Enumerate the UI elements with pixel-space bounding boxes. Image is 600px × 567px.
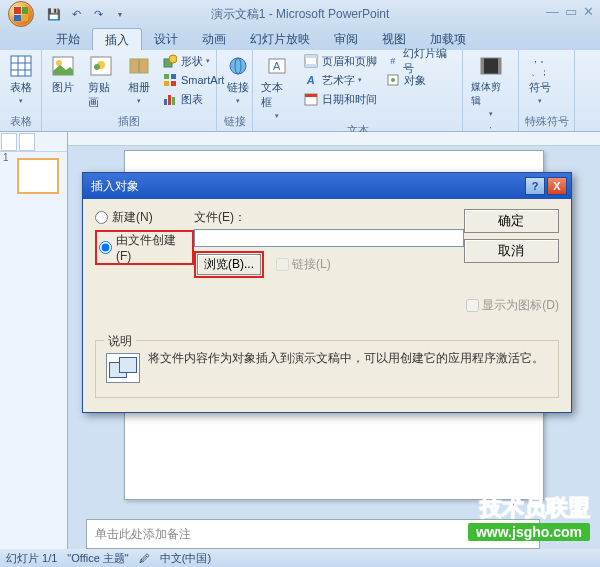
picture-label: 图片	[52, 80, 74, 95]
radio-from-file-label: 由文件创建(F)	[116, 232, 190, 263]
svg-rect-11	[138, 59, 140, 73]
insert-header-footer-button[interactable]: 页眉和页脚	[301, 52, 380, 70]
object-icon	[385, 72, 401, 88]
insert-links-button[interactable]: 链接 ▾	[221, 52, 255, 107]
status-bar: 幻灯片 1/1 "Office 主题" 🖉 中文(中国)	[0, 549, 600, 567]
tab-review[interactable]: 审阅	[322, 28, 370, 50]
status-slide: 幻灯片 1/1	[6, 551, 57, 566]
insert-album-button[interactable]: 相册 ▾	[122, 52, 156, 107]
textbox-icon: A	[265, 54, 289, 78]
svg-rect-17	[171, 81, 176, 86]
status-lang-icon: 🖉	[139, 552, 150, 564]
radio-new[interactable]: 新建(N)	[95, 209, 194, 226]
ribbon-tabs: 开始 插入 设计 动画 幻灯片放映 审阅 视图 加载项	[0, 28, 600, 50]
svg-rect-15	[171, 74, 176, 79]
link-icon	[226, 54, 250, 78]
clipart-label: 剪贴画	[88, 80, 114, 110]
insert-symbol-button[interactable]: ，。、； 符号 ▾	[523, 52, 557, 107]
window-close-button[interactable]: ✕	[583, 4, 594, 19]
media-icon	[479, 54, 503, 78]
undo-icon: ↶	[72, 8, 81, 21]
qat-undo-button[interactable]: ↶	[66, 4, 86, 24]
radio-from-file[interactable]: 由文件创建(F)	[95, 230, 194, 265]
svg-rect-14	[164, 74, 169, 79]
description-icon	[106, 353, 140, 383]
ribbon: 表格 ▾ 表格 图片 剪贴画 相册 ▾ 形状▾ SmartArt	[0, 50, 600, 132]
ok-button[interactable]: 确定	[464, 209, 559, 233]
clipart-icon	[89, 54, 113, 78]
tab-design[interactable]: 设计	[142, 28, 190, 50]
svg-point-6	[56, 60, 62, 66]
cancel-label: 取消	[498, 243, 524, 258]
chevron-down-icon: ▾	[275, 112, 279, 120]
file-path-input[interactable]	[194, 229, 464, 247]
chevron-down-icon: ▾	[19, 97, 23, 105]
shapes-label: 形状	[181, 54, 203, 69]
radio-new-input[interactable]	[95, 211, 108, 224]
tab-slideshow[interactable]: 幻灯片放映	[238, 28, 322, 50]
window-minimize-button[interactable]: —	[546, 4, 559, 19]
window-titlebar: 💾 ↶ ↷ ▼ 演示文稿1 - Microsoft PowerPoint — ▭…	[0, 0, 600, 28]
quick-access-toolbar: 💾 ↶ ↷ ▼	[44, 4, 130, 24]
radio-from-file-input[interactable]	[99, 241, 112, 254]
office-button[interactable]	[2, 0, 40, 28]
watermark-title: 技术员联盟	[468, 493, 590, 523]
smartart-icon	[162, 72, 178, 88]
display-as-icon-input	[466, 299, 479, 312]
svg-rect-16	[164, 81, 169, 86]
qat-save-button[interactable]: 💾	[44, 4, 64, 24]
header-footer-label: 页眉和页脚	[322, 54, 377, 69]
insert-picture-button[interactable]: 图片	[46, 52, 80, 97]
dialog-titlebar[interactable]: 插入对象 ? X	[83, 173, 571, 199]
svg-rect-27	[305, 64, 317, 67]
watermark-url: www.jsgho.com	[468, 523, 590, 541]
window-restore-button[interactable]: ▭	[565, 4, 577, 19]
chevron-down-icon: ▾	[358, 76, 362, 84]
wordart-icon: A	[303, 72, 319, 88]
svg-point-21	[230, 58, 246, 74]
links-label: 链接	[227, 80, 249, 95]
notes-placeholder: 单击此处添加备注	[95, 527, 191, 541]
tab-home[interactable]: 开始	[44, 28, 92, 50]
qat-customize[interactable]: ▼	[110, 4, 130, 24]
thumbnail-panel: 1	[0, 132, 68, 549]
dialog-close-button[interactable]: X	[547, 177, 567, 195]
insert-object-button[interactable]: 对象	[383, 71, 458, 89]
tab-insert[interactable]: 插入	[92, 28, 142, 50]
group-illustrations-label: 插图	[46, 113, 212, 131]
slide-number-icon: #	[385, 53, 400, 69]
chart-icon	[162, 91, 178, 107]
chevron-down-icon: ▾	[236, 97, 240, 105]
insert-clipart-button[interactable]: 剪贴画	[84, 52, 118, 112]
chevron-down-icon: ▾	[538, 97, 542, 105]
media-label: 媒体剪辑	[471, 80, 510, 108]
thumb-tab-slides[interactable]	[1, 133, 17, 151]
group-links-label: 链接	[221, 113, 248, 131]
browse-button[interactable]: 浏览(B)...	[197, 254, 261, 275]
qat-redo-button[interactable]: ↷	[88, 4, 108, 24]
link-label: 链接(L)	[292, 256, 331, 273]
group-table-label: 表格	[4, 113, 37, 131]
insert-datetime-button[interactable]: 日期和时间	[301, 90, 380, 108]
header-footer-icon	[303, 53, 319, 69]
file-field-label: 文件(E)：	[194, 209, 464, 226]
insert-table-button[interactable]: 表格 ▾	[4, 52, 38, 107]
insert-wordart-button[interactable]: A艺术字▾	[301, 71, 380, 89]
tab-animation[interactable]: 动画	[190, 28, 238, 50]
cancel-button[interactable]: 取消	[464, 239, 559, 263]
slide-thumbnail[interactable]	[17, 158, 59, 194]
svg-rect-18	[164, 99, 167, 105]
insert-media-button[interactable]: 媒体剪辑 ▾	[467, 52, 514, 120]
chevron-down-icon: ▾	[489, 110, 493, 118]
redo-icon: ↷	[94, 8, 103, 21]
thumb-tab-outline[interactable]	[19, 133, 35, 151]
dialog-help-button[interactable]: ?	[525, 177, 545, 195]
textbox-label: 文本框	[261, 80, 293, 110]
link-checkbox-input	[276, 258, 289, 271]
insert-textbox-button[interactable]: A 文本框 ▾	[257, 52, 297, 122]
svg-rect-26	[305, 55, 317, 58]
link-checkbox: 链接(L)	[276, 256, 331, 273]
horizontal-ruler	[68, 132, 600, 146]
insert-slide-number-button[interactable]: #幻灯片编号	[383, 52, 458, 70]
wordart-label: 艺术字	[322, 73, 355, 88]
